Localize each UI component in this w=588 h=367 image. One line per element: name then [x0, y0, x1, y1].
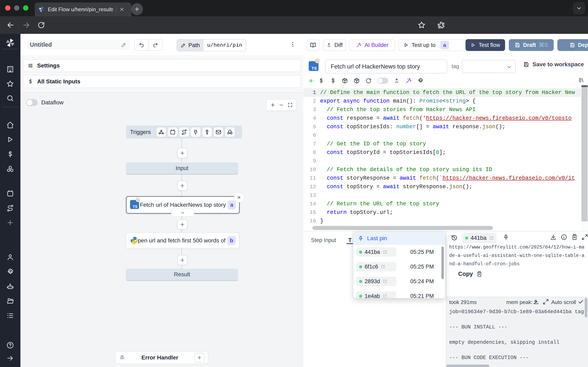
logs-vscrollbar[interactable] — [585, 298, 587, 317]
ai-builder-button[interactable]: AI Builder — [350, 39, 395, 51]
sidebar-route-icon[interactable] — [6, 204, 14, 212]
diff-button[interactable]: Diff — [323, 39, 346, 51]
step-node-b[interactable]: Open url and fetch first 500 words of ..… — [126, 233, 239, 249]
editor-toggle[interactable] — [377, 78, 388, 84]
editor-rotate-icon[interactable] — [365, 77, 372, 84]
sidebar-help-icon[interactable] — [6, 341, 14, 349]
zoom-out-icon[interactable] — [279, 102, 284, 108]
static-inputs-row[interactable]: All Static Inputs — [23, 75, 301, 88]
vertical-scrollbar[interactable] — [581, 85, 588, 231]
editor-package-icon[interactable] — [354, 77, 360, 84]
sidebar-cubes-icon[interactable] — [6, 165, 14, 173]
tab-step-input[interactable]: Step Input — [311, 237, 336, 243]
external-link-icon[interactable] — [382, 294, 387, 298]
copy-button[interactable]: Copy — [458, 271, 483, 277]
edit-title-icon[interactable] — [121, 42, 127, 48]
save-to-workspace-button[interactable]: Save to workspace — [523, 61, 584, 68]
external-link-icon[interactable] — [382, 279, 387, 284]
result-value[interactable]: https://www.geoffreylitt.com/2025/04/12/… — [449, 243, 587, 268]
check-icon[interactable] — [578, 299, 584, 305]
sidebar-listmenu-icon[interactable] — [6, 312, 14, 319]
download-logs-icon[interactable] — [533, 299, 539, 305]
remove-step-button[interactable] — [234, 192, 244, 202]
extensions-icon[interactable] — [437, 21, 445, 29]
history-icon[interactable] — [451, 234, 458, 241]
zoom-in-icon[interactable] — [270, 102, 276, 108]
editor-package-icon[interactable] — [342, 77, 348, 84]
close-window-button[interactable] — [5, 5, 10, 11]
pin-item-441ba[interactable]: 441ba05:25 PM — [353, 245, 445, 259]
docs-button[interactable] — [307, 39, 319, 51]
step-node-a[interactable]: TS Fetch url of HackerNews top story a — [126, 196, 240, 214]
trigger-route-icon[interactable] — [180, 127, 189, 137]
dataflow-toggle[interactable] — [26, 99, 38, 106]
trigger-plugzap-icon[interactable] — [202, 127, 212, 137]
flow-canvas[interactable]: Dataflow Triggers Input TS — [20, 93, 303, 367]
add-error-handler-button[interactable] — [194, 353, 205, 362]
download-result-icon[interactable] — [550, 234, 557, 240]
pin-item-1e4ab[interactable]: 1e4ab05:21 PM — [353, 289, 445, 298]
step-name-input[interactable]: Fetch url of HackerNews top story — [325, 59, 447, 73]
error-handler-node[interactable]: Error Handler — [115, 351, 208, 364]
tab-search-button[interactable] — [573, 2, 585, 14]
horizontal-scrollbar[interactable] — [312, 226, 493, 230]
add-step-button[interactable] — [177, 255, 187, 265]
sidebar-building-icon[interactable] — [6, 65, 14, 73]
trigger-calendar-icon[interactable] — [168, 127, 177, 137]
undo-button[interactable] — [135, 40, 148, 50]
code-editor[interactable]: 12345678910111213141516 // Define the ma… — [303, 85, 581, 231]
sidebar-gear-icon[interactable] — [6, 268, 14, 276]
redo-button[interactable] — [149, 40, 162, 50]
editor-pm-icon[interactable] — [393, 77, 400, 84]
sidebar-plus-icon[interactable] — [6, 219, 14, 226]
test-up-to-button[interactable]: Test up to a — [398, 39, 466, 51]
tab-hidden[interactable]: T — [348, 237, 352, 243]
bookmark-star-icon[interactable] — [417, 21, 426, 29]
dropdown-scrollbar[interactable] — [441, 247, 444, 279]
reload-icon[interactable] — [37, 21, 45, 29]
collapse-step-button[interactable] — [171, 209, 194, 217]
sidebar-home-icon[interactable] — [6, 121, 14, 129]
settings-row[interactable]: Settings — [23, 59, 301, 72]
fit-view-icon[interactable] — [287, 102, 293, 108]
triggers-node[interactable]: Triggers — [126, 125, 242, 138]
tag-select[interactable] — [462, 60, 516, 73]
sidebar-calendar-icon[interactable] — [6, 190, 14, 197]
editor-dollar-icon[interactable] — [330, 77, 336, 84]
test-flow-button[interactable]: Test flow — [466, 39, 505, 51]
job-badge[interactable]: 441ba — [462, 233, 497, 243]
trigger-scan-icon[interactable] — [225, 127, 234, 137]
sidebar-folder-icon[interactable] — [6, 297, 14, 305]
maximize-window-button[interactable] — [23, 5, 28, 11]
result-node[interactable]: Result — [126, 269, 238, 280]
back-icon[interactable] — [7, 21, 15, 29]
sidebar-star-icon[interactable] — [6, 80, 14, 88]
library-icon[interactable] — [578, 77, 584, 83]
sidebar-user-icon[interactable] — [6, 253, 14, 261]
tab-close-icon[interactable] — [119, 7, 125, 12]
trigger-mail-icon[interactable] — [214, 127, 223, 137]
editor-gear-icon[interactable] — [417, 77, 424, 84]
last-pin-option[interactable]: Last pin — [353, 232, 445, 245]
editor-wand-icon[interactable] — [405, 77, 412, 84]
forward-icon[interactable] — [22, 21, 30, 29]
autoscroll-label[interactable]: Auto scroll — [551, 299, 576, 305]
path-group[interactable]: Path u/henri/pin — [177, 39, 246, 51]
external-link-icon[interactable] — [489, 235, 494, 240]
editor-dollar-icon[interactable] — [318, 77, 324, 84]
deploy-button[interactable]: Deploy — [557, 39, 588, 51]
sidebar-dollar-icon[interactable] — [6, 150, 14, 158]
draft-button[interactable]: Draft ⌘S — [509, 39, 554, 51]
sidebar-robot-icon[interactable] — [6, 283, 14, 291]
pin-item-6f1c6[interactable]: 6f1c605:25 PM — [353, 259, 445, 274]
input-node[interactable]: Input — [126, 162, 238, 174]
pin-item-2893d[interactable]: 2893d05:24 PM — [353, 274, 445, 289]
sidebar-search-icon[interactable] — [6, 94, 14, 102]
more-options-icon[interactable] — [290, 41, 296, 48]
minimize-window-button[interactable] — [14, 5, 19, 11]
browser-tab[interactable]: Edit Flow u/henri/pin_results — [35, 2, 131, 16]
new-tab-button[interactable] — [131, 3, 143, 15]
external-link-icon[interactable] — [380, 264, 385, 269]
external-link-icon[interactable] — [382, 250, 387, 254]
sidebar-play-icon[interactable] — [6, 136, 14, 143]
